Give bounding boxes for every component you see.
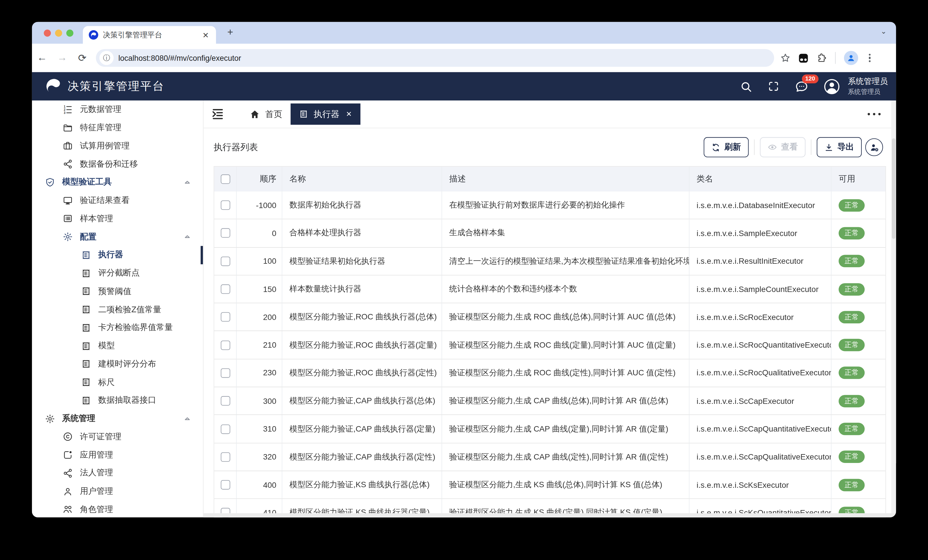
- active-page-tab[interactable]: 执行器 ✕: [291, 103, 360, 125]
- row-checkbox[interactable]: [221, 284, 230, 294]
- reload-button[interactable]: ⟳: [72, 52, 92, 64]
- sidebar-item-16[interactable]: 数据抽取器接口: [32, 391, 203, 409]
- sidebar-item-section-4[interactable]: 模型验证工具: [32, 173, 203, 192]
- row-checkbox[interactable]: [221, 228, 230, 238]
- table-row[interactable]: 300模型区分能力验证,CAP 曲线执行器(总体)验证模型区分能力,生成 CAP…: [214, 387, 885, 415]
- status-badge: 正常: [839, 367, 865, 379]
- select-all-checkbox[interactable]: [221, 174, 230, 184]
- address-bar[interactable]: ⓘ localhost:8080/#/mv/config/executor: [96, 49, 774, 67]
- close-page-tab-icon[interactable]: ✕: [346, 110, 352, 118]
- back-button[interactable]: ←: [32, 52, 52, 64]
- cell-class: i.s.e.m.v.e.i.ScKsExecutor: [690, 471, 832, 499]
- table-row[interactable]: 320模型区分能力验证,CAP 曲线执行器(定性)验证模型区分能力,生成 CAP…: [214, 443, 885, 471]
- table-row[interactable]: 200模型区分能力验证,ROC 曲线执行器(总体)验证模型区分能力,生成 ROC…: [214, 303, 885, 332]
- sidebar-item-21[interactable]: 用户管理: [32, 482, 203, 501]
- user-settings-button[interactable]: [865, 138, 883, 156]
- row-checkbox[interactable]: [221, 396, 230, 406]
- table-row[interactable]: 310模型区分能力验证,CAP 曲线执行器(定量)验证模型区分能力,生成 CAP…: [214, 415, 885, 443]
- forward-button[interactable]: →: [52, 52, 72, 64]
- app-logo-icon: [45, 78, 63, 95]
- new-tab-button[interactable]: +: [227, 27, 233, 38]
- column-header-class[interactable]: 类名: [690, 167, 832, 192]
- folder-icon: [63, 123, 73, 133]
- sidebar-item-20[interactable]: 法人管理: [32, 464, 203, 482]
- tab-search-chevron-icon[interactable]: ⌄: [881, 27, 887, 35]
- browser-menu-icon[interactable]: [867, 54, 873, 62]
- export-button[interactable]: 导出: [817, 137, 862, 157]
- eye-icon: [768, 142, 777, 152]
- close-window-button[interactable]: [44, 29, 51, 37]
- user-avatar[interactable]: [823, 78, 839, 94]
- home-tab[interactable]: 首页: [250, 108, 282, 120]
- sidebar-item-label: 评分截断点: [98, 268, 140, 278]
- table-row[interactable]: 100模型验证结果初始化执行器清空上一次运行的模型验证结果,为本次模型验证结果准…: [214, 248, 885, 275]
- user-info[interactable]: 系统管理员 系统管理员: [848, 77, 888, 96]
- refresh-button[interactable]: 刷新: [704, 137, 749, 157]
- tab-close-icon[interactable]: ✕: [201, 31, 210, 39]
- sidebar-item-14[interactable]: 建模时评分分布: [32, 355, 203, 373]
- row-checkbox[interactable]: [221, 424, 230, 434]
- row-checkbox[interactable]: [221, 256, 230, 266]
- column-header-order[interactable]: 顺序: [237, 167, 282, 192]
- sidebar-item-19[interactable]: 应用管理: [32, 446, 203, 464]
- column-header-status[interactable]: 可用: [832, 167, 885, 192]
- site-info-icon[interactable]: ⓘ: [99, 51, 114, 65]
- sidebar-item-18[interactable]: 许可证管理: [32, 428, 203, 446]
- sidebar-item-1[interactable]: 特征库管理: [32, 119, 203, 137]
- row-checkbox[interactable]: [221, 452, 230, 461]
- scrollbar[interactable]: [891, 100, 896, 517]
- messages-icon[interactable]: 120: [795, 80, 808, 93]
- column-header-name[interactable]: 名称: [282, 167, 442, 192]
- fullscreen-icon[interactable]: [768, 81, 779, 92]
- scrollbar-thumb[interactable]: [892, 138, 896, 239]
- sidebar-item-label: 数据备份和迁移: [80, 159, 138, 169]
- row-checkbox[interactable]: [221, 201, 230, 210]
- chevron-up-icon: [183, 415, 191, 422]
- sidebar-item-2[interactable]: 试算用例管理: [32, 137, 203, 155]
- sidebar-item-0[interactable]: 123元数据管理: [32, 100, 203, 119]
- collapse-sidebar-icon[interactable]: [211, 107, 225, 121]
- sidebar-item-3[interactable]: 数据备份和迁移: [32, 155, 203, 173]
- sidebar-item-8[interactable]: 执行器: [32, 246, 203, 264]
- sidebar-item-7[interactable]: 配置: [32, 228, 203, 246]
- sidebar-item-6[interactable]: 样本管理: [32, 210, 203, 228]
- sidebar-item-section-17[interactable]: 系统管理: [32, 409, 203, 428]
- table-row[interactable]: 210模型区分能力验证,ROC 曲线执行器(定量)验证模型区分能力,生成 ROC…: [214, 332, 885, 359]
- bookmark-star-icon[interactable]: [780, 53, 791, 63]
- row-checkbox[interactable]: [221, 480, 230, 490]
- browser-profile-avatar[interactable]: [844, 51, 858, 65]
- page-more-menu-icon[interactable]: [867, 113, 881, 115]
- sidebar-item-13[interactable]: 模型: [32, 337, 203, 355]
- sidebar-item-10[interactable]: 预警阈值: [32, 282, 203, 301]
- browser-tab[interactable]: 决策引擎管理平台 ✕: [83, 26, 216, 44]
- table-header-row: 顺序 名称 描述 类名 可用: [214, 167, 885, 192]
- column-header-desc[interactable]: 描述: [442, 167, 690, 192]
- zoom-window-button[interactable]: [66, 29, 73, 37]
- sidebar-item-9[interactable]: 评分截断点: [32, 264, 203, 282]
- cell-name: 模型区分能力验证,ROC 曲线执行器(定量): [282, 332, 442, 359]
- table-row[interactable]: 0合格样本处理执行器生成合格样本集i.s.e.m.v.e.i.SampleExe…: [214, 219, 885, 248]
- row-checkbox[interactable]: [221, 312, 230, 322]
- sidebar-item-15[interactable]: 标尺: [32, 373, 203, 392]
- row-checkbox[interactable]: [221, 368, 230, 377]
- status-badge: 正常: [839, 339, 865, 352]
- minimize-window-button[interactable]: [55, 29, 62, 37]
- table-row[interactable]: 230模型区分能力验证,ROC 曲线执行器(定性)验证模型区分能力,生成 ROC…: [214, 359, 885, 387]
- svg-text:3: 3: [64, 111, 66, 114]
- table-row[interactable]: -1000数据库初始化执行器在模型验证执行前对数据库进行必要的初始化操作i.s.…: [214, 192, 885, 219]
- extensions-puzzle-icon[interactable]: [816, 53, 827, 63]
- table-row[interactable]: 150样本数量统计执行器统计合格样本的个数和违约樣本个数i.s.e.m.v.e.…: [214, 275, 885, 303]
- table-row[interactable]: 400模型区分能力验证,KS 曲线执行器(总体)验证模型区分能力,生成 KS 曲…: [214, 471, 885, 499]
- sidebar-item-12[interactable]: 卡方检验临界值常量: [32, 319, 203, 337]
- sidebar-item-5[interactable]: 验证结果查看: [32, 192, 203, 210]
- row-checkbox[interactable]: [221, 340, 230, 350]
- status-badge: 正常: [839, 311, 865, 323]
- sidebar-item-label: 预警阈值: [98, 286, 131, 297]
- dark-extension-icon[interactable]: [799, 53, 808, 62]
- search-icon[interactable]: [739, 80, 752, 93]
- sidebar-item-11[interactable]: 二项检验Z值常量: [32, 301, 203, 319]
- view-button[interactable]: 查看: [760, 137, 806, 157]
- cell-status: 正常: [832, 248, 885, 275]
- sidebar-item-22[interactable]: 角色管理: [32, 500, 203, 517]
- status-badge: 正常: [839, 199, 865, 212]
